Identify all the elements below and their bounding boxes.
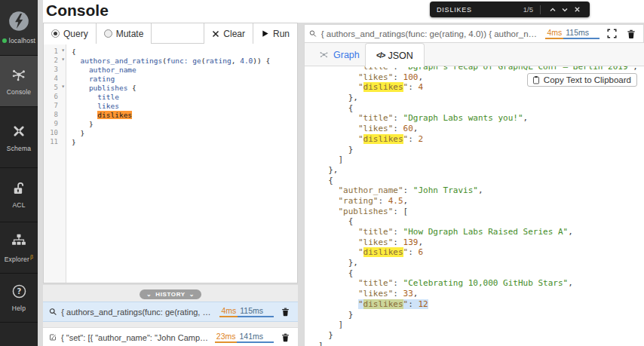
history-label: HISTORY xyxy=(155,291,185,298)
clear-x-icon xyxy=(212,30,219,38)
find-close-button[interactable] xyxy=(571,4,583,16)
history-item-query[interactable]: { authors_and_ratings(func: ge(rating, 4… xyxy=(43,302,298,322)
acl-lock-icon xyxy=(11,181,26,199)
sidebar: localhost Console xyxy=(0,0,38,346)
run-label: Run xyxy=(273,29,290,39)
find-next-button[interactable] xyxy=(559,4,571,16)
clipboard-icon xyxy=(532,75,541,84)
radio-selected-icon xyxy=(51,29,60,38)
trash-icon xyxy=(626,29,636,39)
result-tabs: Graph </> JSON xyxy=(304,43,644,66)
find-previous-button[interactable] xyxy=(547,4,559,16)
result-query-bar[interactable]: { authors_and_ratings(func: ge(rating, 4… xyxy=(304,24,644,43)
search-icon xyxy=(49,307,57,317)
expand-icon xyxy=(607,29,617,38)
run-button[interactable]: Run xyxy=(253,23,297,44)
find-query-text: DISLIKES xyxy=(437,6,472,14)
page-title: Console xyxy=(46,2,109,20)
sidebar-item-label: ACL xyxy=(12,201,25,209)
latency-badges: 4ms 115ms xyxy=(219,306,274,317)
query-mode-radio[interactable]: Query xyxy=(44,23,97,44)
explorer-icon xyxy=(11,232,27,252)
query-toolbar: Query Mutate Clear Run xyxy=(44,23,297,44)
console-icon xyxy=(11,66,27,86)
trash-icon xyxy=(281,307,290,317)
chevron-down-icon: ⌄ xyxy=(189,291,195,298)
fold-arrow-icon[interactable]: ▾ xyxy=(61,56,65,63)
history-item-text: { authors_and_ratings(func: ge(rating, 4… xyxy=(61,308,215,317)
divider xyxy=(540,5,541,14)
result-panel: { authors_and_ratings(func: ge(rating, 4… xyxy=(304,24,644,346)
clear-button[interactable]: Clear xyxy=(204,23,253,44)
fullscreen-button[interactable] xyxy=(604,26,619,41)
host-label: localhost xyxy=(9,37,35,44)
beta-badge: β xyxy=(30,254,33,259)
find-in-page-bar[interactable]: DISLIKES 1/5 xyxy=(430,2,590,17)
query-editor[interactable]: 1▾2▾345▾67891011 { authors_and_ratings(f… xyxy=(44,44,297,283)
run-play-icon xyxy=(261,29,269,38)
copy-button-label: Copy Text to Clipboard xyxy=(544,75,631,84)
history-item-text: { "set": [{ "author_name": "John Campbel… xyxy=(61,333,210,342)
json-result-view[interactable]: "title": "Dgraph's recap of GraphQL Conf… xyxy=(304,66,644,346)
network-latency: 115ms xyxy=(563,28,600,39)
radio-unselected-icon xyxy=(104,29,112,38)
result-query-summary: { authors_and_ratings(func: ge(rating, 4… xyxy=(321,29,541,38)
sidebar-item-label: Schema xyxy=(7,145,31,152)
code-icon: </> xyxy=(376,51,385,60)
edit-icon xyxy=(49,332,57,342)
history-toggle[interactable]: ⌄ HISTORY ⌄ xyxy=(140,289,201,299)
tab-graph-label: Graph xyxy=(333,50,360,60)
find-match-count: 1/5 xyxy=(523,5,533,14)
tab-json[interactable]: </> JSON xyxy=(365,43,425,67)
latency-badges: 4ms 115ms xyxy=(545,28,600,39)
query-panel: Query Mutate Clear Run 1▾2▾345▾67891011 … xyxy=(43,23,298,283)
ratel-console-screen: localhost Console xyxy=(0,0,644,346)
history-item-mutation[interactable]: { "set": [{ "author_name": "John Campbel… xyxy=(43,327,298,346)
history-panel: ⌄ HISTORY ⌄ { authors_and_ratings(func: … xyxy=(43,285,298,346)
tab-graph[interactable]: Graph xyxy=(312,43,366,66)
schema-icon xyxy=(11,123,27,142)
server-latency: 4ms xyxy=(219,306,238,317)
delete-history-item-button[interactable] xyxy=(278,305,292,319)
tab-json-label: JSON xyxy=(388,51,412,61)
sidebar-item-console[interactable]: Console xyxy=(0,56,38,107)
graph-icon xyxy=(318,49,330,60)
query-mode-label: Query xyxy=(63,29,88,39)
sidebar-item-explorer[interactable]: Explorerβ xyxy=(0,222,38,274)
mutate-mode-label: Mutate xyxy=(116,29,144,39)
sidebar-item-host[interactable]: localhost xyxy=(0,0,38,56)
copy-to-clipboard-button[interactable]: Copy Text to Clipboard xyxy=(527,73,637,87)
server-latency: 23ms xyxy=(215,332,238,343)
fold-arrow-icon[interactable]: ▾ xyxy=(61,47,65,54)
editor-code[interactable]: { authors_and_ratings(func: ge(rating, 4… xyxy=(66,44,270,283)
json-result-text: "title": "Dgraph's recap of GraphQL Conf… xyxy=(305,66,644,346)
sidebar-item-schema[interactable]: Schema xyxy=(0,107,38,168)
delete-result-button[interactable] xyxy=(624,26,639,41)
delete-history-item-button[interactable] xyxy=(278,331,292,344)
clear-label: Clear xyxy=(223,29,245,39)
sidebar-item-label: Console xyxy=(7,88,32,96)
sidebar-item-label: Help xyxy=(12,305,26,312)
chevron-down-icon: ⌄ xyxy=(146,291,152,298)
sidebar-item-acl[interactable]: ACL xyxy=(0,168,38,222)
sidebar-item-help[interactable]: ? Help xyxy=(0,274,38,323)
network-latency: 115ms xyxy=(238,306,274,317)
help-icon: ? xyxy=(11,283,27,302)
editor-gutter: 1▾2▾345▾67891011 xyxy=(44,44,66,283)
latency-badges: 23ms 141ms xyxy=(215,332,274,343)
search-icon xyxy=(309,29,317,38)
host-status-dot xyxy=(2,38,7,43)
network-latency: 141ms xyxy=(237,332,274,343)
sidebar-item-label: Explorerβ xyxy=(5,254,34,263)
fold-arrow-icon[interactable]: ▾ xyxy=(61,83,65,90)
svg-text:?: ? xyxy=(17,287,21,295)
server-latency: 4ms xyxy=(545,28,563,39)
dgraph-logo-icon xyxy=(8,11,29,35)
mutate-mode-radio[interactable]: Mutate xyxy=(97,23,152,44)
trash-icon xyxy=(281,332,290,342)
